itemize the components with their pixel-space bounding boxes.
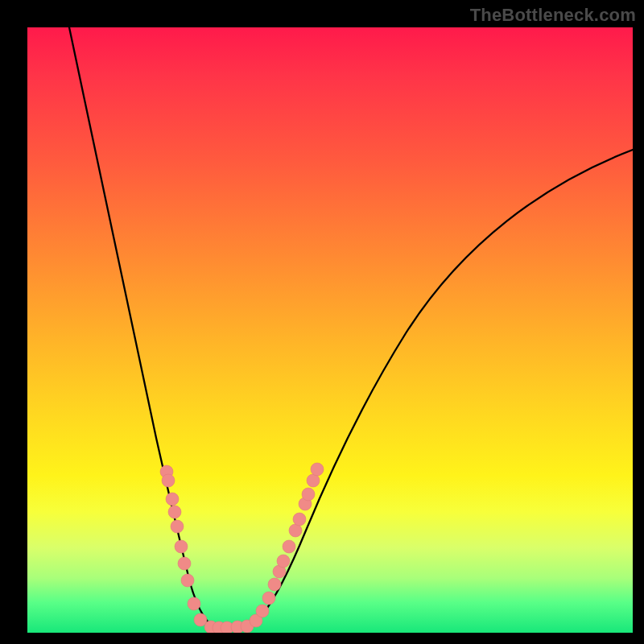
highlight-dot xyxy=(188,597,200,610)
attribution-label: TheBottleneck.com xyxy=(470,5,636,26)
bottleneck-curve xyxy=(69,27,633,628)
highlight-dot xyxy=(289,524,302,537)
highlight-dot xyxy=(178,557,191,570)
highlight-dot xyxy=(162,474,175,487)
highlight-dot xyxy=(168,506,181,518)
highlight-dot xyxy=(171,520,184,533)
plot-area xyxy=(27,27,633,633)
highlight-dot xyxy=(268,578,281,591)
highlight-dot xyxy=(262,592,275,605)
highlight-dot xyxy=(307,474,320,487)
chart-stage: TheBottleneck.com xyxy=(0,0,644,644)
highlight-dot xyxy=(175,540,188,553)
highlight-dot xyxy=(283,540,295,553)
highlight-dot xyxy=(166,493,179,506)
highlight-dot xyxy=(256,605,269,617)
highlight-dot xyxy=(181,574,194,587)
highlight-dot xyxy=(311,463,324,476)
chart-svg xyxy=(27,27,633,633)
highlight-dot xyxy=(302,488,315,501)
highlight-dot xyxy=(293,513,306,526)
highlight-dot xyxy=(277,555,290,568)
